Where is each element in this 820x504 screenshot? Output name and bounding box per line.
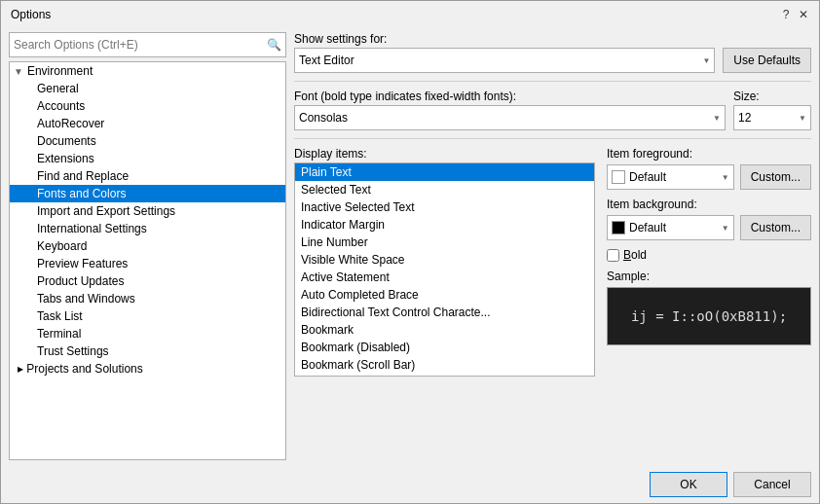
tree-item-label: Terminal [37, 327, 81, 341]
list-item-bookmark-scroll[interactable]: Bookmark (Scroll Bar) [295, 356, 594, 374]
tree-item-label: International Settings [37, 222, 147, 235]
list-item-visible-white-space[interactable]: Visible White Space [295, 251, 594, 269]
cancel-button[interactable]: Cancel [733, 472, 811, 497]
title-bar: Options ? ✕ [1, 1, 819, 26]
fg-dropdown-arrow: ▼ [722, 173, 729, 182]
bg-color-dropdown[interactable]: Default ▼ [607, 215, 734, 240]
tree-item-label: Import and Export Settings [37, 204, 175, 218]
use-defaults-button[interactable]: Use Defaults [723, 48, 811, 73]
bold-checkbox[interactable] [607, 249, 619, 262]
tree-item-autorecover[interactable]: AutoRecover [10, 115, 285, 132]
tree-container: ▼EnvironmentGeneralAccountsAutoRecoverDo… [9, 61, 286, 460]
right-controls: Item foreground: Default ▼ Custom... [607, 147, 811, 377]
custom-fg-button[interactable]: Custom... [740, 164, 811, 190]
fg-color-dropdown[interactable]: Default ▼ [607, 164, 734, 190]
bg-color-row: Default ▼ Custom... [607, 215, 811, 240]
font-value: Consolas [299, 111, 348, 125]
tree-item-label: AutoRecover [37, 117, 104, 130]
size-dropdown[interactable]: 12 ▼ [733, 105, 811, 130]
sample-code: ij = I::oO(0xB811); [631, 308, 787, 324]
font-row: Font (bold type indicates fixed-width fo… [294, 90, 811, 130]
left-panel: 🔍 ▼EnvironmentGeneralAccountsAutoRecover… [9, 32, 286, 460]
item-bg-label: Item background: [607, 198, 811, 211]
tree-item-trust[interactable]: Trust Settings [10, 342, 285, 360]
list-item-brace-matching[interactable]: Brace Matching... [295, 374, 594, 377]
sample-section: Sample: ij = I::oO(0xB811); [607, 270, 811, 345]
size-value: 12 [738, 111, 751, 125]
tree-item-terminal[interactable]: Terminal [10, 325, 285, 342]
list-item-active-statement[interactable]: Active Statement [295, 269, 594, 286]
size-label: Size: [733, 90, 811, 103]
font-dropdown-arrow: ▼ [713, 114, 721, 123]
display-items-label: Display items: [294, 147, 595, 161]
list-item-plain-text[interactable]: Plain Text [295, 163, 594, 181]
search-input[interactable] [14, 38, 267, 52]
close-button[interactable]: ✕ [796, 7, 811, 22]
tree-item-label: General [37, 82, 79, 95]
tree-item-label: Documents [37, 134, 96, 148]
tree-item-label: Extensions [37, 152, 94, 165]
tree-arrow: ▼ [14, 66, 23, 77]
fg-color-swatch [612, 170, 625, 184]
item-fg-label: Item foreground: [607, 147, 811, 161]
fg-color-value: Default [629, 170, 718, 184]
tree-item-label: ▸ Projects and Solutions [18, 362, 143, 376]
tree-item-environment[interactable]: ▼Environment [10, 62, 285, 80]
tree-item-tabs-windows[interactable]: Tabs and Windows [10, 290, 285, 307]
list-item-line-number[interactable]: Line Number [295, 234, 594, 251]
font-label: Font (bold type indicates fixed-width fo… [294, 90, 726, 103]
tree-item-label: Tabs and Windows [37, 292, 135, 306]
tree-item-find-replace[interactable]: Find and Replace [10, 167, 285, 185]
show-settings-row: Text Editor ▼ Use Defaults [294, 48, 811, 73]
bold-label: Bold [623, 248, 647, 262]
list-item-bookmark-disabled[interactable]: Bookmark (Disabled) [295, 339, 594, 356]
show-settings-dropdown-arrow: ▼ [702, 56, 710, 65]
show-settings-value: Text Editor [299, 54, 354, 67]
help-button[interactable]: ? [778, 7, 794, 22]
display-items-section: Display items: Plain TextSelected TextIn… [294, 147, 595, 377]
tree-item-keyboard[interactable]: Keyboard [10, 237, 285, 255]
tree-item-label: Keyboard [37, 239, 87, 253]
list-item-selected-text[interactable]: Selected Text [295, 181, 594, 198]
custom-bg-button[interactable]: Custom... [740, 215, 811, 240]
tree-item-label: Product Updates [37, 274, 124, 288]
fg-color-row: Default ▼ Custom... [607, 164, 811, 190]
tree-item-label: Trust Settings [37, 344, 109, 358]
bg-color-value: Default [629, 221, 718, 234]
size-dropdown-arrow: ▼ [799, 114, 806, 123]
foreground-row: Item foreground: Default ▼ Custom... [607, 147, 811, 190]
background-row: Item background: Default ▼ Custom... [607, 198, 811, 240]
list-item-bidi-control[interactable]: Bidirectional Text Control Characte... [295, 304, 594, 321]
title-bar-buttons: ? ✕ [778, 7, 811, 22]
font-dropdown[interactable]: Consolas ▼ [294, 105, 726, 130]
list-item-indicator-margin[interactable]: Indicator Margin [295, 216, 594, 234]
tree-item-accounts[interactable]: Accounts [10, 97, 285, 115]
show-settings-dropdown[interactable]: Text Editor ▼ [294, 48, 715, 73]
ok-button[interactable]: OK [650, 472, 727, 497]
tree-item-international[interactable]: International Settings [10, 220, 285, 237]
tree-item-preview[interactable]: Preview Features [10, 255, 285, 272]
list-item-auto-completed-brace[interactable]: Auto Completed Brace [295, 286, 594, 304]
tree-item-projects[interactable]: ▸ Projects and Solutions [10, 360, 285, 378]
tree-item-documents[interactable]: Documents [10, 132, 285, 150]
tree-item-product-updates[interactable]: Product Updates [10, 272, 285, 290]
tree-item-label: Accounts [37, 99, 85, 113]
options-dialog: Options ? ✕ 🔍 ▼EnvironmentGeneralAccount… [0, 0, 820, 504]
search-icon[interactable]: 🔍 [267, 38, 281, 52]
font-section: Font (bold type indicates fixed-width fo… [294, 90, 726, 130]
tree-item-extensions[interactable]: Extensions [10, 150, 285, 167]
right-panel: Show settings for: Text Editor ▼ Use Def… [294, 32, 811, 460]
divider2 [294, 138, 811, 139]
tree-item-fonts-colors[interactable]: Fonts and Colors [10, 185, 285, 202]
fg-bg-section: Item foreground: Default ▼ Custom... [607, 147, 811, 262]
tree-item-general[interactable]: General [10, 80, 285, 97]
display-items-list: Plain TextSelected TextInactive Selected… [294, 162, 595, 377]
tree-item-task-list[interactable]: Task List [10, 307, 285, 325]
tree-item-label: Find and Replace [37, 169, 129, 183]
dialog-title: Options [11, 8, 51, 21]
list-item-inactive-selected[interactable]: Inactive Selected Text [295, 198, 594, 216]
list-item-bookmark[interactable]: Bookmark [295, 321, 594, 339]
tree-item-import-export[interactable]: Import and Export Settings [10, 202, 285, 220]
search-box: 🔍 [9, 32, 286, 57]
sample-label: Sample: [607, 270, 811, 283]
